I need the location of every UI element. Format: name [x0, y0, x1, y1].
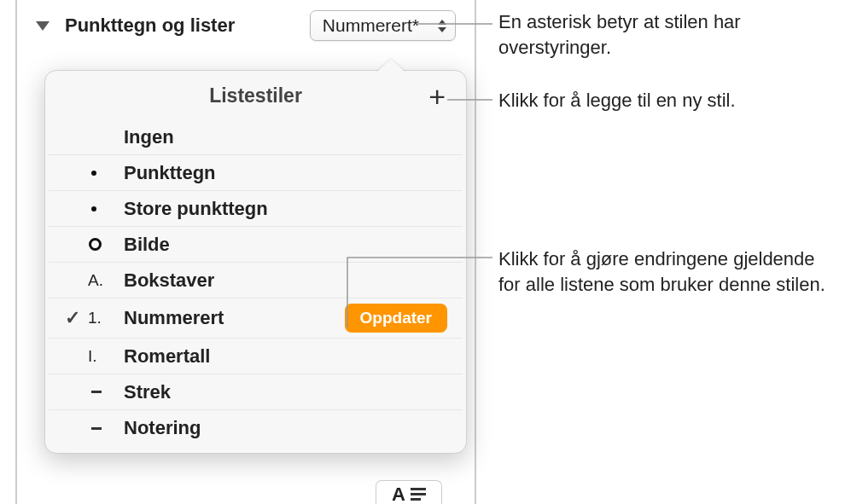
bullet-preview — [88, 238, 124, 251]
bullet-preview — [88, 391, 124, 393]
paragraph-lines-icon — [411, 488, 426, 501]
style-list: Ingen Punkttegn Store punkttegn Bilde A. — [45, 119, 466, 453]
style-name: Strek — [124, 381, 447, 403]
style-item-image[interactable]: Bilde — [49, 227, 463, 263]
style-name: Ingen — [124, 126, 447, 148]
style-name: Punkttegn — [124, 162, 447, 184]
section-header: Punkttegn og lister Nummerert* — [17, 0, 475, 46]
add-style-button[interactable]: + — [428, 82, 446, 111]
bullet-preview — [88, 427, 124, 430]
style-name: Romertall — [124, 345, 447, 368]
style-name: Bilde — [124, 234, 447, 256]
callout-add-style: Klikk for å legge til en ny stil. — [498, 88, 840, 113]
bullet-preview: A. — [88, 271, 124, 290]
bullet-preview: 1. — [88, 309, 124, 327]
bullet-dot-icon — [91, 171, 96, 176]
popover-header: Listestiler + — [45, 71, 466, 119]
stepper-arrows-icon — [438, 20, 446, 32]
bullet-preview — [88, 206, 124, 211]
disclosure-triangle-icon[interactable] — [36, 21, 50, 31]
check-column: ✓ — [57, 307, 88, 329]
bullet-preview — [88, 171, 124, 176]
style-name: Bokstaver — [124, 269, 447, 292]
font-panel-button[interactable]: A — [376, 480, 442, 504]
dropdown-current-value: Nummerert* — [323, 15, 419, 36]
popover-title: Listestiler — [66, 84, 446, 107]
style-item-harvard[interactable]: Notering — [49, 410, 463, 446]
list-styles-popover: Listestiler + Ingen Punkttegn Store punk… — [44, 70, 467, 454]
bullet-dash-icon — [91, 391, 102, 393]
font-a-icon: A — [392, 485, 405, 504]
style-item-bullet[interactable]: Punkttegn — [49, 155, 463, 191]
bullet-dash-icon — [91, 427, 102, 430]
list-style-dropdown[interactable]: Nummerert* — [310, 10, 456, 41]
bottom-toolbar: A — [17, 475, 475, 504]
callout-asterisk: En asterisk betyr at stilen har overstyr… — [498, 9, 823, 61]
plus-icon: + — [428, 80, 446, 113]
style-item-roman[interactable]: I. Romertall — [49, 339, 463, 374]
style-name: Notering — [124, 417, 447, 439]
update-style-button[interactable]: Oppdater — [345, 304, 447, 333]
style-item-numbered[interactable]: ✓ 1. Nummerert Oppdater — [49, 298, 463, 339]
inspector-panel: Punkttegn og lister Nummerert* Listestil… — [15, 0, 476, 504]
section-title: Punkttegn og lister — [65, 14, 294, 37]
bullet-circle-icon — [89, 238, 102, 251]
style-name: Store punkttegn — [124, 198, 447, 220]
bullet-preview: I. — [88, 347, 124, 366]
style-item-letters[interactable]: A. Bokstaver — [49, 263, 463, 298]
bullet-dot-icon — [91, 206, 96, 211]
callout-update: Klikk for å gjøre endringene gjeldende f… — [498, 246, 831, 298]
checkmark-icon: ✓ — [65, 307, 80, 329]
style-item-dash[interactable]: Strek — [49, 374, 463, 410]
style-item-none[interactable]: Ingen — [49, 119, 463, 155]
style-item-large-bullet[interactable]: Store punkttegn — [49, 191, 463, 227]
style-name: Nummerert — [124, 307, 345, 329]
